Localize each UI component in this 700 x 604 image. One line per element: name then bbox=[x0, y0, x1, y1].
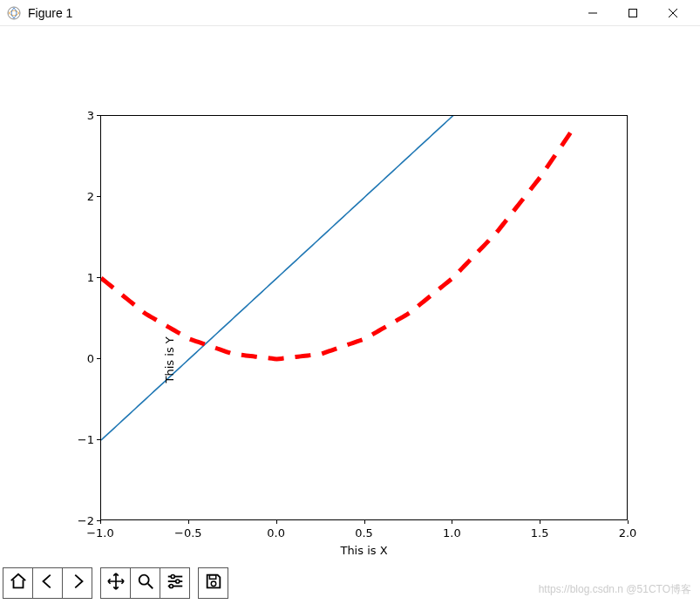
xtick-mark bbox=[188, 520, 189, 524]
ytick-mark bbox=[97, 196, 100, 197]
chart-svg bbox=[101, 116, 629, 521]
close-button[interactable] bbox=[653, 0, 693, 26]
zoom-button[interactable] bbox=[130, 567, 160, 599]
xtick-label: −1.0 bbox=[86, 526, 114, 540]
svg-point-15 bbox=[211, 581, 216, 587]
ytick-label: 2 bbox=[87, 190, 94, 203]
svg-point-11 bbox=[175, 580, 179, 583]
axes: −2−10123 −1.0−0.50.00.51.01.52.0 This is… bbox=[100, 115, 628, 520]
save-icon bbox=[204, 572, 223, 594]
xtick-label: −0.5 bbox=[174, 526, 202, 540]
ytick-mark bbox=[97, 277, 100, 278]
home-icon bbox=[9, 572, 28, 594]
xtick-mark bbox=[628, 520, 629, 524]
xtick-mark bbox=[276, 520, 277, 524]
x-axis-label: This is X bbox=[340, 544, 387, 557]
minimize-button[interactable] bbox=[573, 0, 613, 26]
save-button[interactable] bbox=[198, 567, 228, 599]
xtick-label: 2.0 bbox=[619, 526, 637, 540]
ytick-mark bbox=[97, 358, 100, 359]
sliders-icon bbox=[166, 572, 185, 594]
forward-button[interactable] bbox=[62, 567, 92, 599]
svg-rect-2 bbox=[629, 9, 637, 17]
home-button[interactable] bbox=[3, 567, 33, 599]
ytick-label: 3 bbox=[87, 109, 94, 122]
xtick-label: 0.5 bbox=[355, 526, 373, 540]
line-series-linear bbox=[101, 0, 629, 440]
ytick-label: −1 bbox=[78, 433, 94, 446]
window-titlebar: Figure 1 bbox=[0, 0, 700, 26]
xtick-mark bbox=[452, 520, 452, 524]
ytick-label: 0 bbox=[87, 352, 94, 365]
line-series-quadratic bbox=[101, 125, 576, 359]
move-icon bbox=[106, 572, 126, 594]
mpl-toolbar bbox=[3, 565, 228, 601]
xtick-label: 0.0 bbox=[267, 526, 285, 540]
plot-area bbox=[100, 115, 628, 520]
ytick-label: 1 bbox=[87, 271, 94, 284]
xtick-mark bbox=[364, 520, 365, 524]
xtick-label: 1.0 bbox=[443, 526, 461, 540]
arrow-right-icon bbox=[68, 572, 87, 594]
svg-point-6 bbox=[139, 575, 148, 585]
svg-line-7 bbox=[147, 584, 153, 589]
arrow-left-icon bbox=[38, 572, 58, 594]
subplots-button[interactable] bbox=[160, 567, 190, 599]
watermark: https://blog.csdn.n @51CTO博客 bbox=[539, 582, 691, 597]
maximize-button[interactable] bbox=[613, 0, 653, 26]
ytick-mark bbox=[97, 439, 100, 440]
figure-canvas: −2−10123 −1.0−0.50.00.51.01.52.0 This is… bbox=[0, 26, 700, 558]
window-controls bbox=[573, 0, 693, 26]
xtick-mark bbox=[100, 520, 101, 524]
pan-button[interactable] bbox=[100, 567, 131, 599]
svg-rect-14 bbox=[209, 575, 215, 580]
y-axis-label: This is Y bbox=[163, 336, 176, 383]
ytick-label: −2 bbox=[78, 514, 94, 527]
svg-point-0 bbox=[8, 7, 20, 19]
ytick-mark bbox=[97, 115, 100, 116]
svg-point-9 bbox=[171, 574, 174, 578]
app-icon bbox=[7, 6, 21, 20]
zoom-icon bbox=[136, 572, 155, 594]
back-button[interactable] bbox=[32, 567, 63, 599]
svg-point-13 bbox=[169, 584, 173, 587]
xtick-label: 1.5 bbox=[531, 526, 549, 540]
xtick-mark bbox=[540, 520, 540, 524]
window-title: Figure 1 bbox=[28, 6, 573, 20]
